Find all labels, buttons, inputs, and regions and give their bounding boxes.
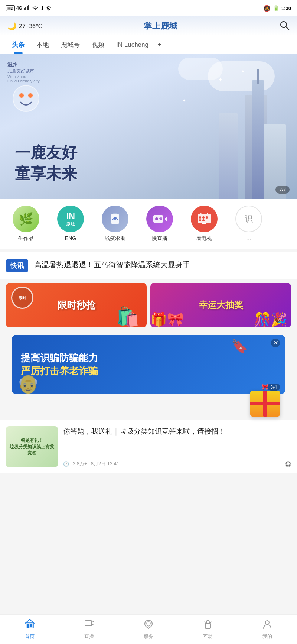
signal-bars: [24, 5, 30, 12]
signal-4g: 4G: [16, 6, 22, 11]
article-thumb-text: 答题有礼！ 垃圾分类知识线上有奖竞答: [6, 434, 58, 459]
star-decor: ✦: [218, 76, 223, 83]
temperature: 27~36℃: [19, 23, 42, 30]
svg-marker-32: [92, 621, 94, 625]
svg-marker-13: [164, 217, 167, 221]
tab-inlucheng[interactable]: IN Lucheng: [110, 37, 154, 53]
svg-point-14: [155, 217, 158, 220]
icon-in-eng[interactable]: IN 鹿城 ENG: [48, 206, 93, 241]
svg-point-6: [13, 85, 39, 111]
article-content: 你答题，我送礼｜垃圾分类知识竞答来啦，请接招！ 🕐 2.8万+ 8月2日 12:…: [63, 426, 291, 467]
hero-banner[interactable]: 温州 儿童友好城市 Wen Zhou Child Friendly city ✦…: [0, 54, 297, 199]
search-icon: [279, 20, 290, 30]
floating-gift: 🎀: [250, 384, 280, 417]
status-right: 🔕 🔋 1:30: [263, 5, 291, 12]
lucky-draw-title: 幸运大抽奖: [199, 299, 243, 311]
article-views: 2.8万+: [73, 460, 87, 467]
svg-point-17: [199, 216, 201, 219]
service-nav-icon: [143, 619, 154, 632]
nav-mine[interactable]: 我的: [252, 619, 282, 640]
clock: 1:30: [281, 6, 291, 11]
svg-point-20: [199, 219, 201, 221]
antifraid-section: 提高识骗防骗能力 严厉打击养老诈骗 👴 🔖 ✕ 3/4 🎀: [6, 335, 291, 394]
nav-live[interactable]: 直播: [74, 619, 104, 640]
download-icon: ⬇: [40, 5, 45, 11]
icon-tv[interactable]: 看电视: [182, 206, 226, 242]
article-title: 你答题，我送礼｜垃圾分类知识竞答来啦，请接招！: [63, 426, 291, 437]
apps-icon: ⚙: [46, 5, 51, 12]
svg-rect-35: [205, 623, 210, 628]
live-nav-icon: [84, 619, 94, 632]
antifraid-banner[interactable]: 提高识骗防骗能力 严厉打击养老诈骗 👴 🔖 ✕ 3/4: [12, 335, 285, 394]
svg-text:慢: 慢: [159, 217, 163, 221]
lucky-gifts: 🎁🎀: [150, 312, 184, 327]
icon-zhanyi[interactable]: 战疫求助: [93, 206, 137, 242]
banner-smiley-icon: [11, 84, 41, 115]
tab-video[interactable]: 视频: [86, 36, 110, 54]
svg-rect-25: [26, 622, 33, 628]
clock-icon: 🕐: [63, 461, 69, 467]
banner-buildings: [156, 65, 297, 199]
nav-home[interactable]: 首页: [15, 619, 45, 640]
flash-sale-person: 🛍️: [116, 306, 139, 327]
live-nav-label: 直播: [84, 633, 94, 640]
star-decor3: ★: [241, 69, 245, 74]
svg-rect-3: [28, 5, 29, 10]
icon-more[interactable]: 识 …: [226, 206, 271, 241]
banner-text-block: 一鹿友好 童享未来: [15, 142, 77, 184]
home-nav-icon: [25, 619, 35, 632]
tab-local[interactable]: 本地: [30, 36, 55, 54]
hd-badge: HD: [6, 5, 15, 11]
svg-rect-31: [85, 621, 92, 626]
icon-spring[interactable]: 🌿 生作品: [4, 206, 48, 242]
article-meta: 🕐 2.8万+ 8月2日 12:41 🎧: [63, 460, 291, 467]
moon-icon: 🌙: [7, 22, 17, 30]
nav-service[interactable]: 服务: [134, 619, 163, 640]
add-tab-button[interactable]: +: [154, 36, 165, 54]
tab-lucheng[interactable]: 鹿城号: [55, 36, 86, 54]
svg-point-11: [114, 219, 116, 220]
svg-point-8: [28, 93, 33, 98]
home-nav-label: 首页: [25, 633, 35, 640]
promo-lucky-draw[interactable]: 🎁🎀 幸运大抽奖 🎊🎉: [150, 283, 291, 327]
nav-interact[interactable]: 互动: [193, 619, 223, 640]
promo-flash-sale[interactable]: 限时 限时秒抢 🛍️: [6, 283, 147, 327]
zhanyi-icon: [102, 206, 128, 232]
svg-rect-0: [24, 8, 25, 10]
spring-icon: 🌿: [13, 206, 39, 232]
svg-point-7: [19, 93, 24, 98]
nav-tabs: 头条 本地 鹿城号 视频 IN Lucheng +: [0, 36, 297, 54]
app-title: 掌上鹿城: [144, 20, 178, 32]
banner-logo: 温州 儿童友好城市 Wen Zhou Child Friendly city: [7, 61, 40, 83]
interact-nav-icon: [203, 619, 213, 632]
svg-rect-1: [25, 7, 26, 10]
article-thumbnail: 答题有礼！ 垃圾分类知识线上有奖竞答: [6, 426, 58, 467]
svg-rect-10: [113, 213, 117, 214]
tab-headlines[interactable]: 头条: [6, 36, 30, 54]
slowlive-icon: 慢: [146, 206, 173, 232]
svg-point-36: [265, 621, 269, 624]
kuaixun-badge: 快讯: [6, 259, 28, 272]
status-left: HD 4G ⬇ ⚙: [6, 5, 51, 12]
svg-point-21: [202, 219, 205, 221]
quick-access-row: 🌿 生作品 IN 鹿城 ENG 战疫求助: [0, 199, 297, 249]
svg-rect-2: [27, 6, 28, 10]
svg-line-23: [199, 213, 201, 214]
svg-point-18: [202, 216, 205, 219]
search-button[interactable]: [279, 20, 290, 32]
article-date: 8月2日 12:41: [91, 460, 120, 467]
article-card[interactable]: 答题有礼！ 垃圾分类知识线上有奖竞答 你答题，我送礼｜垃圾分类知识竞答来啦，请接…: [0, 420, 297, 473]
lucky-gifts-right: 🎊🎉: [254, 312, 287, 327]
status-bar: HD 4G ⬇ ⚙ 🔕 🔋 1:30: [0, 0, 297, 16]
battery-icon: 🔋: [273, 5, 279, 11]
antifraid-close-button[interactable]: ✕: [271, 339, 280, 347]
flash-sale-badge: 限时: [11, 287, 33, 309]
news-quick-section[interactable]: 快讯 高温暑热退退退！五马街智能降温系统大显身手: [0, 252, 297, 279]
svg-line-5: [286, 27, 289, 30]
icon-slowlive[interactable]: 慢 慢直播: [137, 206, 182, 242]
audio-icon: 🎧: [285, 461, 291, 467]
tv-icon: [191, 206, 218, 232]
antifraid-figure-left: 👴: [17, 373, 39, 394]
in-eng-icon: IN 鹿城: [57, 206, 84, 232]
svg-rect-27: [27, 624, 29, 628]
